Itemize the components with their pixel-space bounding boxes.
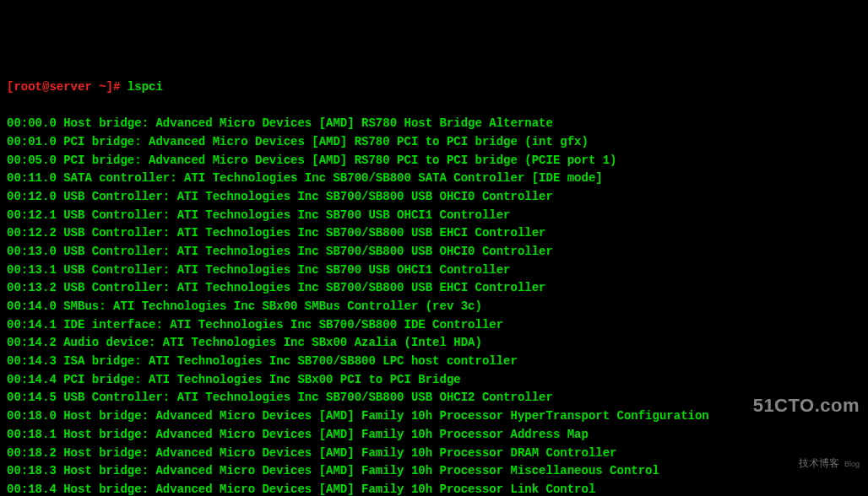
output-line: 00:14.5 USB Controller: ATI Technologies… <box>7 389 861 407</box>
output-line: 00:14.1 IDE interface: ATI Technologies … <box>7 316 861 335</box>
command-prompt-line[interactable]: [root@server ~]# lspci <box>7 78 861 97</box>
terminal-output: 00:00.0 Host bridge: Advanced Micro Devi… <box>7 115 861 496</box>
output-line: 00:13.0 USB Controller: ATI Technologies… <box>7 243 861 261</box>
output-line: 00:18.0 Host bridge: Advanced Micro Devi… <box>7 407 861 426</box>
output-line: 00:14.2 Audio device: ATI Technologies I… <box>7 334 861 353</box>
output-line: 00:12.0 USB Controller: ATI Technologies… <box>7 188 861 207</box>
output-line: 00:12.2 USB Controller: ATI Technologies… <box>7 224 861 243</box>
output-line: 00:14.0 SMBus: ATI Technologies Inc SBx0… <box>7 298 861 316</box>
output-line: 00:13.2 USB Controller: ATI Technologies… <box>7 279 861 298</box>
output-line: 00:18.2 Host bridge: Advanced Micro Devi… <box>7 445 861 463</box>
output-line: 00:13.1 USB Controller: ATI Technologies… <box>7 261 861 280</box>
output-line: 00:01.0 PCI bridge: Advanced Micro Devic… <box>7 133 861 152</box>
output-line: 00:14.3 ISA bridge: ATI Technologies Inc… <box>7 353 861 371</box>
output-line: 00:18.3 Host bridge: Advanced Micro Devi… <box>7 462 861 481</box>
typed-command-text: lspci <box>127 78 163 97</box>
output-line: 00:18.1 Host bridge: Advanced Micro Devi… <box>7 426 861 445</box>
output-line: 00:00.0 Host bridge: Advanced Micro Devi… <box>7 115 861 133</box>
output-line: 00:18.4 Host bridge: Advanced Micro Devi… <box>7 481 861 496</box>
output-line: 00:11.0 SATA controller: ATI Technologie… <box>7 170 861 188</box>
typed-command <box>120 78 127 97</box>
prompt-prefix: [root@server ~]# <box>7 78 120 97</box>
output-line: 00:14.4 PCI bridge: ATI Technologies Inc… <box>7 371 861 390</box>
output-line: 00:12.1 USB Controller: ATI Technologies… <box>7 207 861 225</box>
output-line: 00:05.0 PCI bridge: Advanced Micro Devic… <box>7 152 861 170</box>
